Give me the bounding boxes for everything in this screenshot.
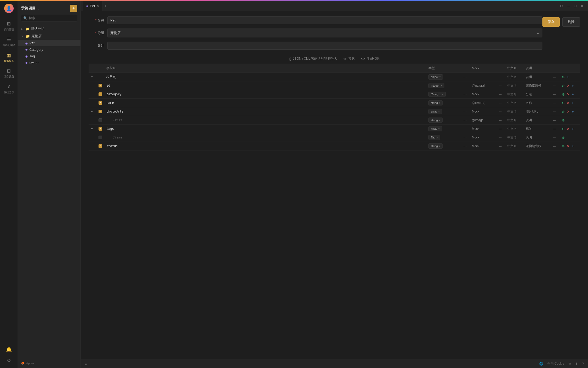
pu-dots2-button[interactable]: ··· (498, 109, 503, 114)
avatar[interactable]: 👤 (4, 4, 14, 13)
tags-dots3-button[interactable]: ··· (552, 126, 557, 131)
st-dots3-button[interactable]: ··· (552, 143, 557, 149)
tags-items-required-checkbox[interactable] (99, 136, 102, 139)
tab-pet[interactable]: ◈ Pet ✕ (83, 1, 102, 11)
upload-button[interactable]: ⬆ (575, 362, 578, 366)
pu-plus-icon[interactable]: + (571, 109, 574, 114)
tags-items-type-badge[interactable]: Tag ▾ (428, 135, 440, 140)
new-tab-button[interactable]: + (105, 4, 107, 8)
sidebar-item-automation[interactable]: ☰ 自动化测试 (0, 34, 18, 50)
id-type-badge[interactable]: integer ▾ (428, 83, 444, 88)
st-dots-button[interactable]: ··· (462, 143, 468, 149)
delete-button[interactable]: 删除 (562, 17, 580, 27)
pu-add-icon[interactable]: ⊕ (561, 109, 565, 114)
st-plus-icon[interactable]: + (571, 144, 574, 149)
pu-delete-icon[interactable]: ✕ (566, 109, 570, 114)
id-required-checkbox[interactable]: ✓ (99, 84, 102, 87)
cat-type-badge[interactable]: Categ... ▾ (428, 92, 446, 97)
tab-close-button[interactable]: ✕ (97, 4, 99, 8)
cat-dots3-button[interactable]: ··· (552, 92, 557, 97)
cat-required-checkbox[interactable]: ✓ (99, 92, 102, 96)
json-xml-import-button[interactable]: {} JSON / XML 智能识别/快捷导入 (289, 57, 337, 61)
help-button[interactable]: ? (582, 362, 584, 366)
id-delete-icon[interactable]: ✕ (566, 83, 570, 88)
close-window-button[interactable]: ✕ (581, 4, 584, 8)
tree-item-default-group[interactable]: ▶ 📁 默认分组 (18, 25, 80, 32)
pu-required-checkbox[interactable]: ✓ (99, 110, 102, 113)
st-add-icon[interactable]: ⊕ (561, 144, 565, 149)
nm-required-checkbox[interactable]: ✓ (99, 101, 102, 105)
root-plus-icon[interactable]: + (566, 75, 569, 80)
generate-code-button[interactable]: </> 生成代码 (361, 57, 379, 61)
tags-dots-button[interactable]: ··· (462, 126, 468, 131)
project-title[interactable]: 示例项目 ⌄ (21, 6, 40, 11)
tags-items-add-icon[interactable]: ⊕ (561, 135, 565, 140)
id-add-icon[interactable]: ⊕ (561, 83, 565, 88)
add-cookie-button[interactable]: ⊕ (568, 362, 571, 366)
pu-expand-icon[interactable]: ▼ (91, 110, 93, 113)
group-select[interactable]: 宠物店 ⌄ (107, 29, 542, 37)
notification-button[interactable]: 🔔 (6, 344, 12, 354)
nm-add-icon[interactable]: ⊕ (561, 101, 565, 105)
id-plus-icon[interactable]: + (571, 83, 574, 88)
st-delete-icon[interactable]: ✕ (566, 144, 570, 149)
tags-add-icon[interactable]: ⊕ (561, 126, 565, 131)
pu-items-dots-button[interactable]: ··· (462, 118, 468, 123)
tags-dots2-button[interactable]: ··· (498, 126, 503, 131)
pu-type-badge[interactable]: array ▾ (428, 109, 442, 114)
maximize-button[interactable]: □ (574, 4, 576, 8)
tree-item-tag[interactable]: ◈ Tag (18, 53, 80, 59)
cat-dots2-button[interactable]: ··· (498, 92, 503, 97)
st-required-checkbox[interactable]: ✓ (99, 144, 102, 148)
tab-more-button[interactable]: ··· (108, 4, 111, 8)
tags-items-dots-button[interactable]: ··· (462, 135, 468, 140)
pu-items-dots3-button[interactable]: ··· (552, 118, 557, 123)
cat-delete-icon[interactable]: ✕ (566, 92, 570, 97)
preview-button[interactable]: 👁 预览 (344, 57, 355, 61)
pu-dots-button[interactable]: ··· (462, 109, 468, 114)
settings-button[interactable]: ⚙ (6, 355, 12, 365)
nm-type-badge[interactable]: string ▾ (428, 100, 443, 105)
pu-items-required-checkbox[interactable] (99, 118, 102, 122)
tree-item-category[interactable]: ◈ Category (18, 46, 80, 53)
refresh-button[interactable]: ⟳ (560, 4, 563, 8)
pu-items-dots2-button[interactable]: ··· (498, 118, 503, 123)
nm-dots3-button[interactable]: ··· (552, 100, 557, 105)
cat-plus-icon[interactable]: + (571, 92, 574, 97)
st-dots2-button[interactable]: ··· (498, 143, 503, 149)
root-expand-icon[interactable]: ▼ (91, 76, 93, 79)
minimize-button[interactable]: ─ (568, 4, 570, 8)
sidebar-item-data-model[interactable]: ▦ 数据模型 (0, 50, 18, 65)
tags-plus-icon[interactable]: + (571, 126, 574, 131)
tags-items-dots3-button[interactable]: ··· (552, 135, 557, 140)
root-more-button[interactable]: ··· (462, 74, 468, 80)
list-icon[interactable]: ≡ (85, 362, 87, 366)
id-dots-button[interactable]: ··· (462, 83, 468, 88)
nm-plus-icon[interactable]: + (571, 101, 574, 105)
root-type-badge[interactable]: object ▾ (428, 74, 443, 80)
tags-delete-icon[interactable]: ✕ (566, 126, 570, 131)
nm-dots-button[interactable]: ··· (462, 100, 468, 105)
save-button[interactable]: 保存 (542, 17, 560, 27)
add-button[interactable]: + (70, 5, 77, 12)
root-add-circle-icon[interactable]: ⊕ (561, 75, 565, 80)
search-input[interactable] (29, 16, 75, 20)
tree-item-owner[interactable]: ◈ owner (18, 59, 80, 66)
cat-dots-button[interactable]: ··· (462, 92, 468, 97)
tags-type-badge[interactable]: array ▾ (428, 126, 442, 131)
note-field[interactable] (107, 42, 542, 50)
nm-dots2-button[interactable]: ··· (498, 100, 503, 105)
id-dots3-button[interactable]: ··· (552, 83, 557, 88)
sidebar-item-api-management[interactable]: ⊞ 接口管理 (0, 18, 18, 34)
tags-items-dots2-button[interactable]: ··· (498, 135, 503, 140)
pu-dots3-button[interactable]: ··· (552, 109, 557, 114)
tags-required-checkbox[interactable]: ✓ (99, 127, 102, 131)
pu-items-type-badge[interactable]: string ▾ (428, 118, 443, 123)
st-type-badge[interactable]: string ▾ (428, 143, 443, 149)
sidebar-item-online-share[interactable]: ⇪ 在线分享 (0, 81, 18, 97)
id-dots2-button[interactable]: ··· (498, 83, 503, 88)
sidebar-item-project-settings[interactable]: ⊡ 项目设置 (0, 65, 18, 81)
tree-item-pet-shop[interactable]: ▼ 📁 宠物店 (18, 32, 80, 40)
cat-add-icon[interactable]: ⊕ (561, 92, 565, 97)
nm-delete-icon[interactable]: ✕ (566, 101, 570, 105)
